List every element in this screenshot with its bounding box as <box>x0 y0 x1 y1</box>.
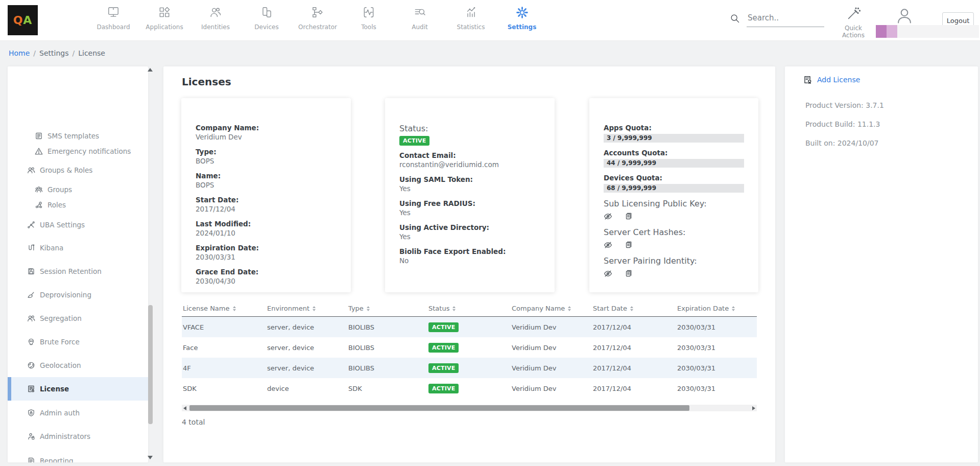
sidebar-item-label: Session Retention <box>40 267 102 275</box>
breadcrumb-separator: / <box>33 49 36 57</box>
add-license-button[interactable]: Add License <box>803 75 860 84</box>
field-label: Using Active Directory: <box>399 223 540 232</box>
sidebar-item-label: UBA Settings <box>40 221 85 229</box>
shield-lock-icon <box>27 409 36 417</box>
sidebar-item-groups[interactable]: Groups <box>8 181 148 198</box>
sidebar-item-reporting[interactable]: Reporting <box>8 453 148 462</box>
sidebar-item-deprovisioning[interactable]: Deprovisioning <box>8 287 148 303</box>
column-header-start-date[interactable]: Start Date <box>593 305 677 312</box>
floppy-disk-icon <box>27 267 36 275</box>
nav-label: Devices <box>254 24 278 31</box>
user-avatar-icon[interactable] <box>895 6 914 26</box>
column-header-license-name[interactable]: License Name <box>182 305 267 312</box>
cell-expiration-date: 2030/03/31 <box>677 364 757 372</box>
nav-settings[interactable]: Settings <box>496 4 547 37</box>
table-row[interactable]: Face server, device BIOLIBS ACTIVE Verid… <box>182 337 757 358</box>
clipboard-copy-icon[interactable] <box>625 269 633 278</box>
sidebar-item-emergency-notifications[interactable]: Emergency notifications <box>8 143 148 159</box>
nav-label: Audit <box>412 24 427 31</box>
sidebar-item-kibana[interactable]: Kibana <box>8 240 148 256</box>
cell-license-name: Face <box>182 344 267 352</box>
table-row[interactable]: VFACE server, device BIOLIBS ACTIVE Veri… <box>182 317 757 337</box>
sidebar-item-geolocation[interactable]: Geolocation <box>8 357 148 374</box>
horizontal-scrollbar-thumb[interactable] <box>189 405 689 411</box>
field-label: Last Modified: <box>196 220 337 228</box>
quota-label: Apps Quota: <box>604 124 744 132</box>
cell-environment: server, device <box>267 364 348 372</box>
sidebar-scrollbar-thumb[interactable] <box>148 305 153 424</box>
color-swatch-dark <box>876 25 887 38</box>
nav-devices[interactable]: Devices <box>241 4 292 37</box>
secret-label: Sub Licensing Public Key: <box>604 199 744 208</box>
cell-status: ACTIVE <box>428 343 512 353</box>
sidebar-item-admin-auth[interactable]: Admin auth <box>8 405 148 421</box>
nav-tools[interactable]: Tools <box>343 4 394 37</box>
clipboard-copy-icon[interactable] <box>625 212 633 221</box>
field-value: Yes <box>399 232 540 241</box>
quick-actions-label: Quick Actions <box>835 25 871 39</box>
column-header-label: Company Name <box>512 305 565 312</box>
nav-dashboard[interactable]: Dashboard <box>88 4 139 37</box>
monitor-icon <box>107 4 120 21</box>
column-header-expiration-date[interactable]: Expiration Date <box>677 305 757 312</box>
column-header-company-name[interactable]: Company Name <box>512 305 593 312</box>
quick-actions-button[interactable]: Quick Actions <box>835 6 871 39</box>
scroll-right-arrow[interactable] <box>752 406 755 410</box>
quota-progress-bar: 68 / 9,999,999 <box>604 184 744 193</box>
sidebar-item-sms-templates[interactable]: SMS templates <box>8 128 148 144</box>
globe-icon <box>27 361 36 369</box>
nav-identities[interactable]: Identities <box>190 4 241 37</box>
sidebar-item-brute-force[interactable]: Brute Force <box>8 334 148 350</box>
nav-applications[interactable]: Applications <box>139 4 190 37</box>
clipboard-copy-icon[interactable] <box>625 241 633 249</box>
cell-environment: server, device <box>267 323 348 331</box>
quota-label: Accounts Quota: <box>604 149 744 157</box>
cell-expiration-date: 2030/03/31 <box>677 385 757 392</box>
cell-start-date: 2017/12/04 <box>593 385 677 392</box>
scroll-left-arrow[interactable] <box>183 406 186 410</box>
sidebar-item-session-retention[interactable]: Session Retention <box>8 263 148 279</box>
sidebar-item-label: Emergency notifications <box>47 147 131 155</box>
nav-statistics[interactable]: Statistics <box>445 4 496 37</box>
sort-icon <box>568 306 571 311</box>
field-value: 2017/12/04 <box>196 204 337 214</box>
column-header-environment[interactable]: Environment <box>267 305 348 312</box>
column-header-type[interactable]: Type <box>348 305 428 312</box>
app-logo[interactable]: QA <box>8 5 38 35</box>
breadcrumb-settings[interactable]: Settings <box>39 49 68 57</box>
table-row[interactable]: SDK device SDK ACTIVE Veridium Dev 2017/… <box>182 378 757 399</box>
sidebar-item-groups-roles[interactable]: Groups & Roles <box>8 162 148 178</box>
sidebar-item-administrators[interactable]: Administrators <box>8 428 148 445</box>
quota-progress-bar: 3 / 9,999,999 <box>604 134 744 143</box>
sidebar-item-segregation[interactable]: Segregation <box>8 310 148 327</box>
nav-audit[interactable]: Audit <box>394 4 445 37</box>
table-row[interactable]: 4F server, device BIOLIBS ACTIVE Veridiu… <box>182 358 757 378</box>
add-license-label: Add License <box>817 76 860 84</box>
nav-orchestrator[interactable]: Orchestrator <box>292 4 343 37</box>
cell-company-name: Veridium Dev <box>512 344 593 352</box>
sidebar-item-roles[interactable]: Roles <box>8 197 148 213</box>
product-build: Product Build: 11.1.3 <box>805 120 880 128</box>
breadcrumb-home[interactable]: Home <box>9 49 30 57</box>
sidebar-item-uba-settings[interactable]: UBA Settings <box>8 217 148 233</box>
field-label: Contact Email: <box>399 151 540 160</box>
eye-off-icon[interactable] <box>604 269 612 278</box>
sort-icon <box>313 306 316 311</box>
cell-status: ACTIVE <box>428 322 512 332</box>
sort-icon <box>732 306 735 311</box>
sidebar-item-license[interactable]: License <box>8 377 148 401</box>
field-value: BOPS <box>196 180 337 190</box>
column-header-status[interactable]: Status <box>428 305 512 312</box>
eye-off-icon[interactable] <box>604 212 612 221</box>
column-header-label: Environment <box>267 305 309 312</box>
field-value: rconstantin@veridiumid.com <box>399 160 540 169</box>
sidebar-scroll-up-arrow[interactable] <box>148 68 153 72</box>
status-badge: ACTIVE <box>428 343 459 353</box>
built-on: Built on: 2024/10/07 <box>805 139 879 147</box>
column-header-label: Expiration Date <box>677 305 729 312</box>
license-status-card: Status: ACTIVE Contact Email:rconstantin… <box>385 98 555 292</box>
logo-letter-q: Q <box>13 14 23 27</box>
eye-off-icon[interactable] <box>604 241 612 249</box>
search-input[interactable] <box>747 11 824 27</box>
sidebar-scroll-down-arrow[interactable] <box>148 456 153 459</box>
